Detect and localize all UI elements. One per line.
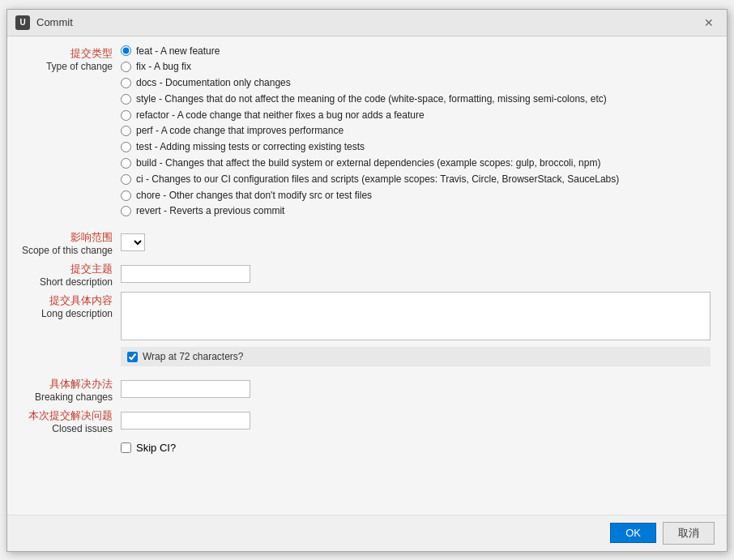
wrap-checkbox[interactable] <box>127 352 138 362</box>
type-of-change-section: 提交类型 Type of change feat - A new feature… <box>15 45 711 225</box>
radio-item-docs: docs - Documentation only changes <box>121 76 711 90</box>
radio-refactor[interactable] <box>121 110 131 121</box>
radio-item-revert: revert - Reverts a previous commit <box>121 204 711 218</box>
closed-issues-input[interactable] <box>121 412 250 430</box>
wrap-row: Wrap at 72 characters? <box>121 347 711 366</box>
type-change-cn-label: 提交类型 <box>70 46 113 61</box>
radio-perf[interactable] <box>121 126 131 136</box>
wrap-label[interactable]: Wrap at 72 characters? <box>143 351 244 362</box>
radio-label-docs[interactable]: docs - Documentation only changes <box>136 76 291 90</box>
radio-item-build: build - Changes that affect the build sy… <box>121 156 711 170</box>
radio-revert[interactable] <box>121 206 131 216</box>
radio-label-feat[interactable]: feat - A new feature <box>136 45 220 58</box>
long-description-section: 提交具体内容 Long description <box>15 292 711 343</box>
scope-en-label: Scope of this change <box>22 245 113 256</box>
dialog-footer: OK 取消 <box>7 515 727 551</box>
radio-label-refactor[interactable]: refactor - A code change that neither fi… <box>136 109 425 122</box>
commit-dialog: U Commit ✕ 提交类型 Type of change feat - A … <box>6 9 728 552</box>
radio-item-refactor: refactor - A code change that neither fi… <box>121 109 711 122</box>
radio-chore[interactable] <box>121 190 131 201</box>
scope-select[interactable] <box>121 233 145 251</box>
short-description-section: 提交主题 Short description <box>15 260 711 288</box>
radio-item-chore: chore - Other changes that don't modify … <box>121 189 711 203</box>
commit-type-radio-group: feat - A new featurefix - A bug fixdocs … <box>121 45 711 219</box>
radio-item-perf: perf - A code change that improves perfo… <box>121 124 711 138</box>
dialog-content: 提交类型 Type of change feat - A new feature… <box>7 36 727 515</box>
long-desc-cn-label: 提交具体内容 <box>49 293 113 308</box>
radio-label-ci[interactable]: ci - Changes to our CI configuration fil… <box>136 173 619 186</box>
radio-item-fix: fix - A bug fix <box>121 60 711 74</box>
type-change-en-label: Type of change <box>46 61 113 72</box>
radio-label-style[interactable]: style - Changes that do not affect the m… <box>136 92 607 106</box>
short-desc-cn-label: 提交主题 <box>70 262 113 276</box>
closed-cn-label: 本次提交解决问题 <box>28 408 113 423</box>
radio-item-style: style - Changes that do not affect the m… <box>121 92 711 106</box>
short-description-input[interactable] <box>121 265 250 283</box>
scope-cn-label: 影响范围 <box>70 230 113 245</box>
scope-section: 影响范围 Scope of this change <box>15 229 711 256</box>
radio-feat[interactable] <box>121 45 131 56</box>
radio-item-ci: ci - Changes to our CI configuration fil… <box>121 173 711 186</box>
wrap-section: Wrap at 72 characters? <box>15 347 711 371</box>
short-desc-en-label: Short description <box>40 276 113 288</box>
radio-fix[interactable] <box>121 62 131 72</box>
radio-test[interactable] <box>121 142 131 152</box>
long-desc-en-label: Long description <box>41 308 113 319</box>
radio-label-build[interactable]: build - Changes that affect the build sy… <box>136 156 600 170</box>
radio-item-feat: feat - A new feature <box>121 45 711 58</box>
radio-docs[interactable] <box>121 78 131 88</box>
breaking-cn-label: 具体解决办法 <box>49 377 113 391</box>
dialog-title: Commit <box>36 16 73 28</box>
breaking-changes-input[interactable] <box>121 380 250 398</box>
radio-label-perf[interactable]: perf - A code change that improves perfo… <box>136 124 344 138</box>
radio-label-chore[interactable]: chore - Other changes that don't modify … <box>136 189 372 203</box>
close-button[interactable]: ✕ <box>699 15 719 31</box>
radio-label-revert[interactable]: revert - Reverts a previous commit <box>136 204 284 218</box>
app-icon: U <box>15 15 30 30</box>
closed-en-label: Closed issues <box>52 423 113 434</box>
breaking-en-label: Breaking changes <box>35 391 113 403</box>
radio-label-test[interactable]: test - Adding missing tests or correctin… <box>136 140 365 154</box>
cancel-button[interactable]: 取消 <box>663 522 715 545</box>
radio-ci[interactable] <box>121 174 131 185</box>
radio-style[interactable] <box>121 94 131 105</box>
radio-label-fix[interactable]: fix - A bug fix <box>136 60 191 74</box>
radio-item-test: test - Adding missing tests or correctin… <box>121 140 711 154</box>
ok-button[interactable]: OK <box>610 523 656 543</box>
skip-ci-section: Skip CI? <box>15 438 711 454</box>
title-bar: U Commit ✕ <box>7 10 727 36</box>
long-description-textarea[interactable] <box>121 292 711 340</box>
skip-ci-checkbox[interactable] <box>121 442 131 453</box>
closed-issues-section: 本次提交解决问题 Closed issues <box>15 407 711 434</box>
skip-ci-label[interactable]: Skip CI? <box>136 442 176 454</box>
radio-build[interactable] <box>121 158 131 169</box>
breaking-changes-section: 具体解决办法 Breaking changes <box>15 375 711 403</box>
